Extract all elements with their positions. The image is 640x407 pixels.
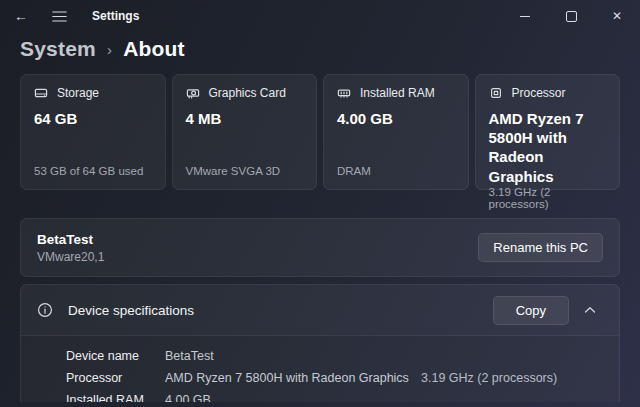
device-specifications-card: Device specifications Copy Device name B… — [20, 284, 620, 402]
card-footer: VMware SVGA 3D — [186, 165, 304, 178]
titlebar: ← Settings ✕ — [0, 0, 640, 32]
maximize-button[interactable] — [548, 0, 594, 32]
spec-value: 4.00 GB — [165, 393, 421, 402]
card-label: Processor — [512, 86, 566, 100]
spec-value: AMD Ryzen 7 5800H with Radeon Graphics — [165, 371, 421, 385]
breadcrumb-system[interactable]: System — [20, 37, 96, 61]
spec-value: BetaTest — [165, 349, 421, 363]
minimize-button[interactable] — [502, 0, 548, 32]
installed-ram-card[interactable]: Installed RAM 4.00 GB DRAM — [323, 74, 469, 190]
section-title: Device specifications — [68, 303, 194, 318]
close-button[interactable]: ✕ — [594, 0, 640, 32]
spec-label: Device name — [66, 349, 165, 363]
spec-label: Installed RAM — [66, 393, 165, 402]
spec-row-installed-ram: Installed RAM 4.00 GB — [66, 389, 619, 402]
breadcrumb: System › About — [0, 32, 640, 74]
card-label: Graphics Card — [209, 86, 286, 100]
summary-cards: Storage 64 GB 53 GB of 64 GB used Graphi… — [0, 74, 640, 190]
info-icon — [37, 302, 53, 318]
card-footer: DRAM — [337, 165, 455, 178]
ram-icon — [337, 86, 351, 100]
window-title: Settings — [92, 9, 139, 23]
card-footer: 53 GB of 64 GB used — [34, 165, 152, 178]
close-icon: ✕ — [612, 9, 622, 23]
card-value: 64 GB — [34, 109, 152, 128]
processor-card[interactable]: Processor AMD Ryzen 7 5800H with Radeon … — [475, 74, 621, 190]
nav-menu-button[interactable] — [40, 0, 78, 32]
spec-label: Processor — [66, 371, 165, 385]
device-specifications-header[interactable]: Device specifications Copy — [21, 285, 619, 335]
back-button[interactable]: ← — [2, 0, 40, 32]
device-specifications-body: Device name BetaTest Processor AMD Ryzen… — [21, 335, 619, 402]
graphics-card-card[interactable]: Graphics Card 4 MB VMware SVGA 3D — [172, 74, 318, 190]
chevron-up-icon — [584, 306, 596, 314]
cpu-icon — [489, 86, 503, 100]
card-value: 4.00 GB — [337, 109, 455, 128]
back-arrow-icon: ← — [14, 8, 28, 24]
card-value: AMD Ryzen 7 5800H with Radeon Graphics — [489, 109, 607, 186]
card-footer: 3.19 GHz (2 processors) — [489, 186, 607, 211]
spec-row-device-name: Device name BetaTest — [66, 345, 619, 367]
card-label: Installed RAM — [360, 86, 435, 100]
rename-pc-button[interactable]: Rename this PC — [478, 233, 603, 262]
spec-extra: 3.19 GHz (2 processors) — [421, 371, 557, 385]
gpu-icon — [186, 86, 200, 100]
hamburger-menu-icon — [52, 11, 67, 22]
spec-row-processor: Processor AMD Ryzen 7 5800H with Radeon … — [66, 367, 619, 389]
storage-icon — [34, 86, 48, 100]
window-controls: ✕ — [502, 0, 640, 32]
maximize-icon — [566, 11, 577, 22]
pc-model: VMware20,1 — [37, 250, 104, 264]
pc-name-card: BetaTest VMware20,1 Rename this PC — [20, 218, 620, 277]
storage-card[interactable]: Storage 64 GB 53 GB of 64 GB used — [20, 74, 166, 190]
card-label: Storage — [57, 86, 99, 100]
copy-button[interactable]: Copy — [493, 296, 569, 325]
pc-name: BetaTest — [37, 232, 104, 247]
minimize-icon — [520, 16, 530, 17]
settings-window: ← Settings ✕ System › About — [0, 0, 640, 407]
card-value: 4 MB — [186, 109, 304, 128]
collapse-expander-button[interactable] — [577, 297, 603, 323]
page-title: About — [123, 37, 185, 61]
breadcrumb-separator-icon: › — [107, 41, 112, 58]
